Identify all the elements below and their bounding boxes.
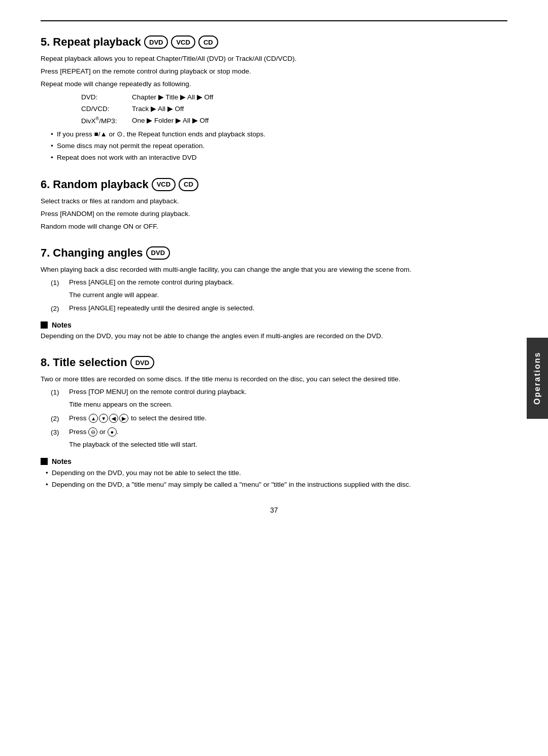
circle-right: ▶ bbox=[119, 414, 128, 423]
notes-square-7 bbox=[41, 321, 48, 329]
section-7-title: Changing angles bbox=[53, 246, 143, 260]
list-item-7-2: (2) Press [ANGLE] repeatedly until the d… bbox=[51, 303, 507, 316]
page-container: 5. Repeat playback DVD VCD CD Repeat pla… bbox=[0, 0, 548, 756]
section-8-notes: Notes Depending on the DVD, you may not … bbox=[41, 457, 507, 491]
section-random-playback: 6. Random playback VCD CD Select tracks … bbox=[41, 178, 507, 232]
list-item-8-1: (1) Press [TOP MENU] on the remote contr… bbox=[51, 387, 507, 412]
notes-7-label: Notes bbox=[52, 321, 72, 329]
top-rule bbox=[41, 20, 507, 21]
num-7-2: (2) bbox=[51, 303, 65, 316]
notes-8-bullets: Depending on the DVD, you may not be abl… bbox=[46, 467, 507, 491]
badge-dvd-5: DVD bbox=[144, 35, 168, 49]
section-5-bullets: If you press ■/▲ or ⊙, the Repeat functi… bbox=[51, 129, 507, 164]
section-title-selection: 8. Title selection DVD Two or more title… bbox=[41, 356, 507, 490]
list-item-8-2: (2) Press ▲▼◀▶ to select the desired tit… bbox=[51, 413, 507, 426]
badge-dvd-8: DVD bbox=[130, 356, 154, 369]
list-item-7-1: (1) Press [ANGLE] on the remote control … bbox=[51, 277, 507, 303]
list-sub-7-1: The current angle will appear. bbox=[69, 290, 234, 301]
list-sub-8-1: Title menu appears on the screen. bbox=[69, 400, 247, 410]
section-repeat-playback: 5. Repeat playback DVD VCD CD Repeat pla… bbox=[41, 35, 507, 164]
section-5-intro-1: Repeat playback allows you to repeat Cha… bbox=[41, 54, 507, 64]
notes-bullet-8-2: Depending on the DVD, a "title menu" may… bbox=[46, 479, 507, 491]
section-5-intro-3: Repeat mode will change repeatedly as fo… bbox=[41, 79, 507, 90]
mode-row-dvd: DVD: Chapter ▶ Title ▶ All ▶ Off bbox=[81, 92, 507, 103]
section-6-number: 6. bbox=[41, 178, 50, 191]
badge-vcd-5: VCD bbox=[171, 35, 195, 49]
mode-label-divx: DivX®/MP3: bbox=[81, 115, 122, 127]
list-text-7-2: Press [ANGLE] repeatedly until the desir… bbox=[69, 303, 254, 314]
section-5-title: Repeat playback bbox=[53, 35, 141, 49]
mode-row-divx: DivX®/MP3: One ▶ Folder ▶ All ▶ Off bbox=[81, 115, 507, 127]
list-text-8-2: Press ▲▼◀▶ to select the desired title. bbox=[69, 413, 207, 424]
notes-7-text: Depending on the DVD, you may not be abl… bbox=[41, 331, 507, 342]
bullet-5-2: Some discs may not permit the repeat ope… bbox=[51, 140, 507, 152]
right-tab-label: Operations bbox=[533, 351, 542, 404]
num-7-1: (1) bbox=[51, 277, 65, 303]
badge-cd-5: CD bbox=[198, 35, 218, 49]
num-8-3: (3) bbox=[51, 427, 65, 452]
mode-value-cdvcd: Track ▶ All ▶ Off bbox=[132, 103, 184, 115]
num-8-2: (2) bbox=[51, 413, 65, 426]
mode-table: DVD: Chapter ▶ Title ▶ All ▶ Off CD/VCD:… bbox=[81, 92, 507, 127]
section-6-title: Random playback bbox=[53, 178, 148, 191]
section-8-numbered: (1) Press [TOP MENU] on the remote contr… bbox=[51, 387, 507, 452]
bullet-5-3: Repeat does not work with an interactive… bbox=[51, 152, 507, 164]
circle-up: ▲ bbox=[89, 414, 98, 423]
notes-square-8 bbox=[41, 458, 48, 465]
section-5-heading: 5. Repeat playback DVD VCD CD bbox=[41, 35, 507, 49]
section-8-number: 8. bbox=[41, 356, 50, 369]
section-6-intro-1: Select tracks or files at random and pla… bbox=[41, 196, 507, 207]
section-8-title: Title selection bbox=[53, 356, 127, 369]
section-7-notes: Notes Depending on the DVD, you may not … bbox=[41, 321, 507, 342]
section-5-intro-2: Press [REPEAT] on the remote control dur… bbox=[41, 66, 507, 77]
notes-bullet-8-1: Depending on the DVD, you may not be abl… bbox=[46, 467, 507, 479]
badge-dvd-7: DVD bbox=[146, 246, 170, 260]
mode-value-divx: One ▶ Folder ▶ All ▶ Off bbox=[132, 115, 209, 127]
section-6-intro-3: Random mode will change ON or OFF. bbox=[41, 222, 507, 232]
list-text-7-1: Press [ANGLE] on the remote control duri… bbox=[69, 277, 234, 288]
notes-8-label: Notes bbox=[52, 457, 72, 465]
section-7-number: 7. bbox=[41, 246, 50, 260]
page-number: 37 bbox=[41, 506, 507, 514]
bullet-5-1: If you press ■/▲ or ⊙, the Repeat functi… bbox=[51, 129, 507, 140]
section-5-number: 5. bbox=[41, 35, 50, 49]
mode-label-dvd: DVD: bbox=[81, 92, 122, 103]
list-sub-8-3: The playback of the selected title will … bbox=[69, 440, 197, 450]
notes-7-heading: Notes bbox=[41, 321, 507, 329]
section-7-heading: 7. Changing angles DVD bbox=[41, 246, 507, 260]
section-8-heading: 8. Title selection DVD bbox=[41, 356, 507, 369]
list-text-8-3: Press ⊖ or ●. bbox=[69, 427, 197, 438]
circle-down: ▼ bbox=[99, 414, 108, 423]
badge-cd-6: CD bbox=[179, 178, 198, 191]
mode-label-cdvcd: CD/VCD: bbox=[81, 103, 122, 115]
circle-left: ◀ bbox=[109, 414, 118, 423]
right-tab: Operations bbox=[527, 338, 548, 419]
list-text-8-1: Press [TOP MENU] on the remote control d… bbox=[69, 387, 247, 398]
list-item-8-3: (3) Press ⊖ or ●. The playback of the se… bbox=[51, 427, 507, 452]
notes-8-heading: Notes bbox=[41, 457, 507, 465]
section-7-intro-1: When playing back a disc recorded with m… bbox=[41, 265, 507, 275]
section-7-numbered: (1) Press [ANGLE] on the remote control … bbox=[51, 277, 507, 316]
section-6-intro-2: Press [RANDOM] on the remote during play… bbox=[41, 209, 507, 220]
badge-vcd-6: VCD bbox=[152, 178, 176, 191]
num-8-1: (1) bbox=[51, 387, 65, 412]
section-changing-angles: 7. Changing angles DVD When playing back… bbox=[41, 246, 507, 342]
section-8-intro-1: Two or more titles are recorded on some … bbox=[41, 374, 507, 385]
mode-value-dvd: Chapter ▶ Title ▶ All ▶ Off bbox=[132, 92, 213, 103]
mode-row-cdvcd: CD/VCD: Track ▶ All ▶ Off bbox=[81, 103, 507, 115]
section-6-heading: 6. Random playback VCD CD bbox=[41, 178, 507, 191]
